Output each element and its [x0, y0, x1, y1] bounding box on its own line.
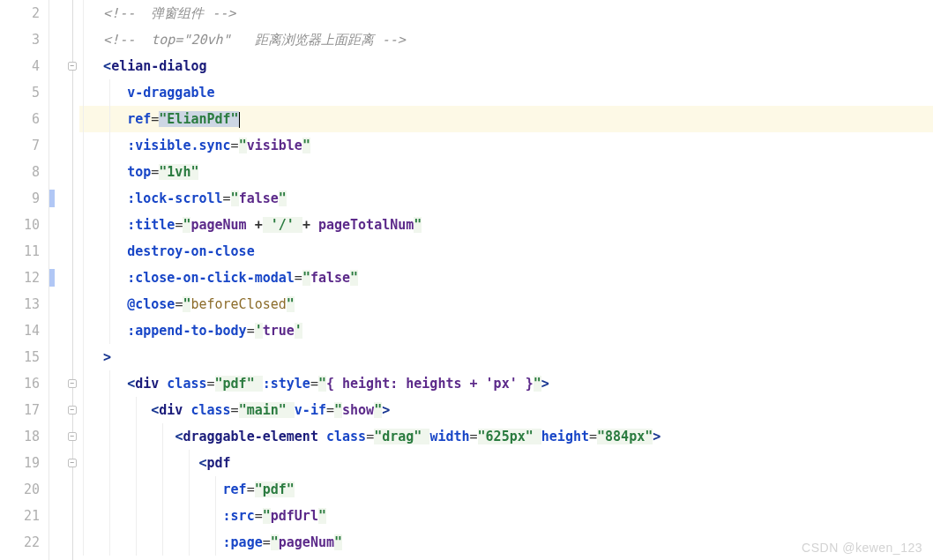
- token: pdfUrl: [271, 508, 318, 524]
- code-line[interactable]: <!-- top="20vh" 距离浏览器上面距离 -->: [79, 26, 933, 53]
- line-number: 20: [0, 476, 40, 503]
- token: v-draggable: [127, 85, 214, 101]
- token: =: [223, 190, 231, 206]
- code-line[interactable]: :title="pageNum + '/' + pageTotalNum": [79, 212, 933, 238]
- token: ": [239, 138, 247, 153]
- token: true: [263, 323, 295, 339]
- fold-toggle-icon[interactable]: −: [68, 406, 77, 414]
- token: visible: [247, 138, 302, 153]
- token: pageNum: [279, 534, 334, 550]
- code-line[interactable]: :close-on-click-modal="false": [79, 265, 933, 291]
- token: ': [255, 323, 263, 339]
- token: >: [541, 376, 549, 392]
- token: =: [263, 534, 271, 550]
- change-marker: [49, 269, 55, 287]
- code-line[interactable]: v-draggable: [79, 79, 933, 106]
- token: =: [247, 323, 255, 339]
- token: =: [255, 508, 263, 524]
- code-line[interactable]: >: [79, 344, 933, 370]
- token: =: [231, 402, 239, 418]
- fold-column[interactable]: −−−−−: [67, 0, 79, 560]
- token: @close: [127, 296, 175, 312]
- token: div: [135, 376, 167, 392]
- token: destroy-on-close: [127, 243, 255, 259]
- token: =: [151, 164, 159, 180]
- line-number: 17: [0, 397, 40, 423]
- fold-toggle-icon[interactable]: −: [68, 432, 77, 441]
- token: ": [318, 376, 326, 392]
- token: ": [279, 190, 287, 206]
- code-line[interactable]: <pdf: [79, 450, 933, 476]
- code-line[interactable]: destroy-on-close: [79, 238, 933, 265]
- token: =: [247, 482, 255, 497]
- token: :close-on-click-modal: [127, 270, 295, 286]
- line-number: 9: [0, 185, 40, 212]
- token: elian-dialog: [111, 58, 206, 74]
- code-line[interactable]: ref="pdf": [79, 476, 933, 503]
- code-line[interactable]: <!-- 弹窗组件 -->: [79, 0, 933, 26]
- token: beforeClosed: [190, 296, 286, 312]
- token: <: [198, 455, 206, 471]
- line-number: 7: [0, 132, 40, 159]
- token: width: [429, 429, 469, 444]
- token: >: [103, 349, 111, 365]
- token: :append-to-body: [127, 323, 246, 339]
- line-number: 11: [0, 238, 40, 265]
- token: top: [127, 164, 151, 180]
- token: ": [287, 296, 295, 312]
- token: pdf: [207, 455, 231, 471]
- code-area[interactable]: <!-- 弹窗组件 --> <!-- top="20vh" 距离浏览器上面距离 …: [79, 0, 933, 560]
- token: ref: [127, 111, 151, 127]
- code-line[interactable]: ref="ElianPdf": [79, 106, 933, 132]
- token: =: [326, 402, 334, 418]
- token: +: [302, 217, 310, 233]
- code-line[interactable]: @close="beforeClosed": [79, 291, 933, 317]
- line-number: 4: [0, 53, 40, 79]
- line-number: 18: [0, 423, 40, 450]
- code-line[interactable]: :append-to-body='true': [79, 317, 933, 344]
- code-line[interactable]: :src="pdfUrl": [79, 503, 933, 529]
- line-number: 15: [0, 344, 40, 370]
- line-number: 22: [0, 529, 40, 556]
- fold-toggle-icon[interactable]: −: [68, 62, 77, 71]
- code-line[interactable]: top="1vh": [79, 159, 933, 185]
- line-number: 12: [0, 265, 40, 291]
- line-number: 21: [0, 503, 40, 529]
- token: pageTotalNum: [310, 217, 414, 233]
- token: ": [334, 534, 342, 550]
- fold-toggle-icon[interactable]: −: [68, 459, 77, 467]
- token: "625px": [478, 429, 541, 444]
- token: pageNum: [190, 217, 254, 233]
- code-line[interactable]: <elian-dialog: [79, 53, 933, 79]
- token: ": [302, 138, 310, 153]
- token: =: [207, 376, 215, 392]
- line-number: 3: [0, 26, 40, 53]
- fold-guide-line: [72, 0, 73, 560]
- token: =: [589, 429, 597, 444]
- token: ": [534, 376, 541, 392]
- token: "pdf": [255, 482, 295, 497]
- line-number: 5: [0, 79, 40, 106]
- token: ref: [223, 482, 247, 497]
- token: :title: [127, 217, 175, 233]
- token: show: [342, 402, 374, 418]
- code-line[interactable]: <draggable-element class="drag" width="6…: [79, 423, 933, 450]
- fold-toggle-icon[interactable]: −: [68, 379, 77, 388]
- token: <!-- 弹窗组件 -->: [103, 5, 235, 21]
- code-line[interactable]: :visible.sync="visible": [79, 132, 933, 159]
- code-line[interactable]: :lock-scroll="false": [79, 185, 933, 212]
- token: :src: [223, 508, 255, 524]
- code-line[interactable]: <div class="main" v-if="show">: [79, 397, 933, 423]
- token: '/': [263, 217, 302, 233]
- token: "main": [239, 402, 295, 418]
- token: =: [310, 376, 318, 392]
- code-line[interactable]: <div class="pdf" :style="{ height: heigh…: [79, 370, 933, 397]
- token: >: [653, 429, 661, 444]
- token: =: [470, 429, 478, 444]
- token: ": [302, 270, 310, 286]
- code-editor[interactable]: 2345678910111213141516171819202122 −−−−−…: [0, 0, 933, 560]
- token: ": [318, 508, 326, 524]
- line-number: 2: [0, 0, 40, 26]
- token: ": [271, 534, 279, 550]
- marker-column: [49, 0, 67, 560]
